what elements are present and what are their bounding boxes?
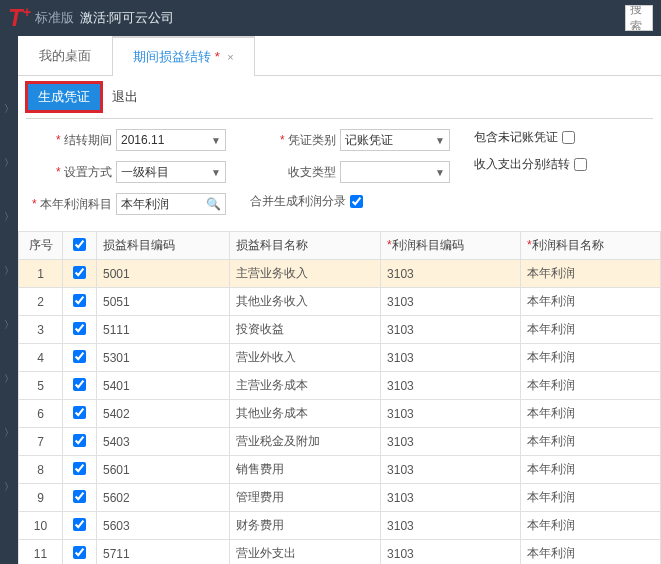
row-profit-code: 3103 <box>381 540 521 565</box>
generate-voucher-button[interactable]: 生成凭证 <box>26 82 102 112</box>
table-row[interactable]: 35111投资收益3103本年利润 <box>19 316 661 344</box>
row-index: 3 <box>19 316 63 344</box>
profit-subject-lookup[interactable]: 本年利润🔍 <box>116 193 226 215</box>
row-check-cell <box>63 484 97 512</box>
search-icon: 🔍 <box>206 197 221 211</box>
merge-checkbox[interactable] <box>350 195 363 208</box>
period-combo[interactable]: 2016.11▼ <box>116 129 226 151</box>
rail-collapse-icon[interactable]: 〉 <box>0 372 18 386</box>
modified-star-icon: * <box>215 49 220 64</box>
row-checkbox[interactable] <box>73 490 86 503</box>
row-index: 2 <box>19 288 63 316</box>
row-profit-code: 3103 <box>381 456 521 484</box>
merge-label: 合并生成利润分录 <box>250 193 346 210</box>
table-row[interactable]: 115711营业外支出3103本年利润 <box>19 540 661 565</box>
table-row[interactable]: 55401主营业务成本3103本年利润 <box>19 372 661 400</box>
row-profit-name: 本年利润 <box>521 372 661 400</box>
chevron-down-icon: ▼ <box>435 167 445 178</box>
row-profit-name: 本年利润 <box>521 344 661 372</box>
row-profit-code: 3103 <box>381 512 521 540</box>
col-check <box>63 232 97 260</box>
select-all-checkbox[interactable] <box>73 238 86 251</box>
row-profit-name: 本年利润 <box>521 484 661 512</box>
row-profit-name: 本年利润 <box>521 400 661 428</box>
col-profit-code: *利润科目编码 <box>381 232 521 260</box>
close-icon[interactable]: × <box>227 51 233 63</box>
rail-collapse-icon[interactable]: 〉 <box>0 102 18 116</box>
row-checkbox[interactable] <box>73 518 86 531</box>
row-checkbox[interactable] <box>73 294 86 307</box>
tab-period-profit-loss[interactable]: 期间损益结转 * × <box>112 36 255 76</box>
row-loss-code: 5301 <box>97 344 230 372</box>
table-row[interactable]: 45301营业外收入3103本年利润 <box>19 344 661 372</box>
row-checkbox[interactable] <box>73 322 86 335</box>
include-unposted-checkbox[interactable] <box>562 131 575 144</box>
voucher-type-combo[interactable]: 记账凭证▼ <box>340 129 450 151</box>
row-loss-name: 财务费用 <box>229 512 380 540</box>
table-row[interactable]: 15001主营业务收入3103本年利润 <box>19 260 661 288</box>
row-profit-code: 3103 <box>381 288 521 316</box>
row-checkbox[interactable] <box>73 406 86 419</box>
col-loss-name: 损益科目名称 <box>229 232 380 260</box>
profit-subject-label: * 本年利润科目 <box>26 196 112 213</box>
row-index: 9 <box>19 484 63 512</box>
table-row[interactable]: 85601销售费用3103本年利润 <box>19 456 661 484</box>
row-checkbox[interactable] <box>73 266 86 279</box>
table-row[interactable]: 95602管理费用3103本年利润 <box>19 484 661 512</box>
setting-combo[interactable]: 一级科目▼ <box>116 161 226 183</box>
row-profit-name: 本年利润 <box>521 456 661 484</box>
row-loss-code: 5401 <box>97 372 230 400</box>
row-checkbox[interactable] <box>73 378 86 391</box>
table-row[interactable]: 105603财务费用3103本年利润 <box>19 512 661 540</box>
row-loss-name: 其他业务成本 <box>229 400 380 428</box>
row-check-cell <box>63 456 97 484</box>
tab-desktop[interactable]: 我的桌面 <box>18 36 112 75</box>
row-loss-name: 主营业务成本 <box>229 372 380 400</box>
row-check-cell <box>63 372 97 400</box>
row-loss-code: 5001 <box>97 260 230 288</box>
row-checkbox[interactable] <box>73 546 86 559</box>
row-profit-code: 3103 <box>381 372 521 400</box>
include-unposted-label: 包含未记账凭证 <box>474 129 558 146</box>
row-profit-code: 3103 <box>381 428 521 456</box>
row-profit-name: 本年利润 <box>521 260 661 288</box>
row-checkbox[interactable] <box>73 434 86 447</box>
row-profit-name: 本年利润 <box>521 316 661 344</box>
rail-collapse-icon[interactable]: 〉 <box>0 156 18 170</box>
row-check-cell <box>63 400 97 428</box>
table-row[interactable]: 65402其他业务成本3103本年利润 <box>19 400 661 428</box>
row-check-cell <box>63 512 97 540</box>
row-loss-code: 5403 <box>97 428 230 456</box>
col-loss-code: 损益科目编码 <box>97 232 230 260</box>
document-tabs: 我的桌面 期间损益结转 * × <box>18 36 661 76</box>
inout-combo[interactable]: ▼ <box>340 161 450 183</box>
rail-collapse-icon[interactable]: 〉 <box>0 264 18 278</box>
profit-loss-table: 序号 损益科目编码 损益科目名称 *利润科目编码 *利润科目名称 15001主营… <box>18 231 661 564</box>
rail-collapse-icon[interactable]: 〉 <box>0 318 18 332</box>
row-profit-code: 3103 <box>381 260 521 288</box>
row-check-cell <box>63 316 97 344</box>
row-checkbox[interactable] <box>73 462 86 475</box>
row-loss-name: 投资收益 <box>229 316 380 344</box>
rail-collapse-icon[interactable]: 〉 <box>0 480 18 494</box>
row-loss-code: 5602 <box>97 484 230 512</box>
row-loss-code: 5603 <box>97 512 230 540</box>
table-row[interactable]: 25051其他业务收入3103本年利润 <box>19 288 661 316</box>
row-index: 1 <box>19 260 63 288</box>
table-row[interactable]: 75403营业税金及附加3103本年利润 <box>19 428 661 456</box>
exit-button[interactable]: 退出 <box>102 84 148 110</box>
chevron-down-icon: ▼ <box>435 135 445 146</box>
row-profit-name: 本年利润 <box>521 428 661 456</box>
row-loss-code: 5402 <box>97 400 230 428</box>
chevron-down-icon: ▼ <box>211 167 221 178</box>
split-inout-checkbox[interactable] <box>574 158 587 171</box>
row-loss-name: 销售费用 <box>229 456 380 484</box>
row-loss-name: 营业外收入 <box>229 344 380 372</box>
row-index: 8 <box>19 456 63 484</box>
rail-collapse-icon[interactable]: 〉 <box>0 426 18 440</box>
row-checkbox[interactable] <box>73 350 86 363</box>
row-index: 4 <box>19 344 63 372</box>
global-search[interactable]: 搜索 <box>625 5 653 31</box>
rail-collapse-icon[interactable]: 〉 <box>0 210 18 224</box>
period-label: * 结转期间 <box>26 132 112 149</box>
